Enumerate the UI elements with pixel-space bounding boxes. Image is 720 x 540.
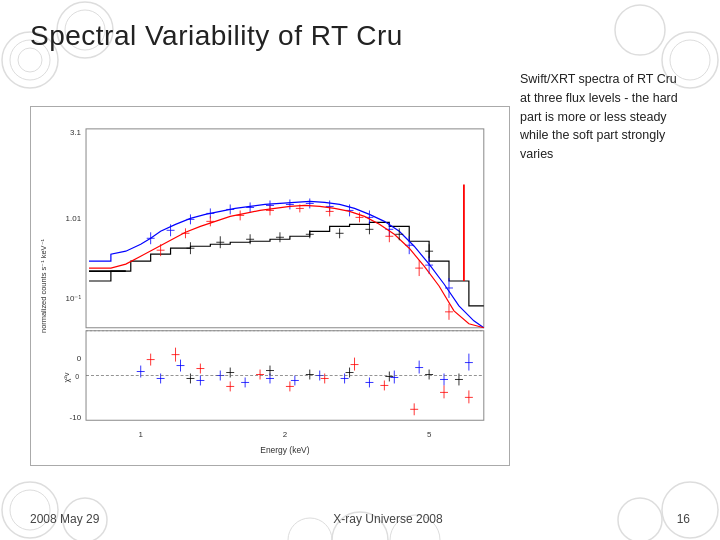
svg-text:1: 1: [139, 430, 144, 439]
svg-text:1.01: 1.01: [66, 214, 82, 223]
footer-page: 16: [677, 512, 690, 526]
footer-conference: X-ray Universe 2008: [333, 512, 442, 526]
svg-text:0: 0: [77, 354, 82, 363]
chart-area: normalized counts s⁻¹ keV⁻¹ 3.1 1.01 10⁻…: [30, 66, 510, 506]
svg-rect-16: [31, 107, 508, 465]
svg-text:2: 2: [283, 430, 288, 439]
svg-text:3.1: 3.1: [70, 128, 82, 137]
sidebar-description: Swift/XRT spectra of RT Cru at three flu…: [520, 66, 690, 506]
chart-image: normalized counts s⁻¹ keV⁻¹ 3.1 1.01 10⁻…: [30, 106, 510, 466]
svg-text:10⁻¹: 10⁻¹: [66, 294, 82, 303]
svg-text:normalized counts s⁻¹ keV⁻¹: normalized counts s⁻¹ keV⁻¹: [39, 238, 48, 333]
svg-text:0: 0: [75, 373, 79, 380]
page-title: Spectral Variability of RT Cru: [30, 20, 690, 52]
footer: 2008 May 29 X-ray Universe 2008 16: [30, 506, 690, 530]
svg-text:-10: -10: [70, 413, 82, 422]
footer-date: 2008 May 29: [30, 512, 99, 526]
svg-text:5: 5: [427, 430, 432, 439]
svg-text:χ²v: χ²v: [62, 372, 71, 382]
svg-text:Energy (keV): Energy (keV): [260, 445, 309, 455]
